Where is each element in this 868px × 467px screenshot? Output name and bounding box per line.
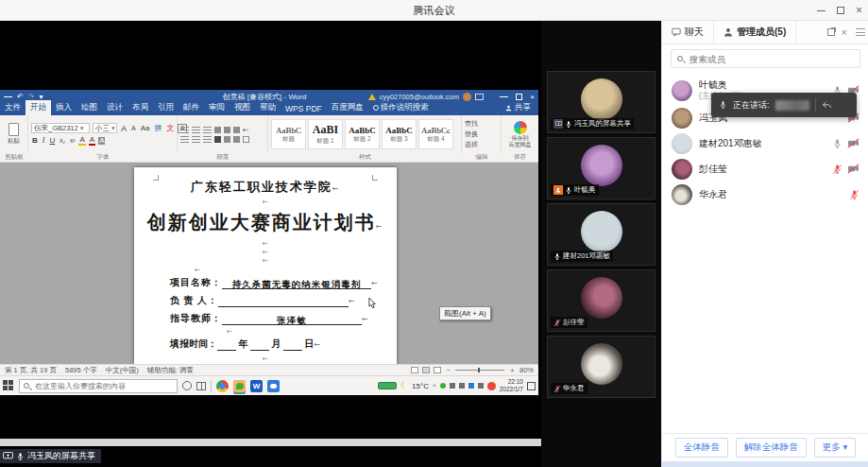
font-name-select[interactable]: 仿宋_GB2312▾ [31, 123, 90, 133]
start-button[interactable] [3, 380, 14, 391]
tab-manage-members[interactable]: 管理成员(5) [714, 21, 796, 43]
action-center-icon[interactable] [527, 382, 536, 390]
word-maximize-icon[interactable] [516, 94, 522, 100]
tab-draw[interactable]: 绘图 [77, 100, 102, 115]
italic-button[interactable]: I [42, 136, 46, 145]
mic-off-icon[interactable] [832, 164, 842, 175]
tray-expand-icon[interactable]: ^ [433, 382, 436, 390]
underline-button[interactable]: U [48, 136, 56, 145]
weather-temp[interactable]: 15°C [412, 382, 429, 390]
tab-insert[interactable]: 插入 [51, 100, 77, 115]
member-row[interactable]: 建材201邓惠敏 [662, 130, 868, 156]
numbering-icon[interactable] [192, 127, 200, 133]
taskbar-search[interactable] [19, 379, 178, 393]
zoom-in-button[interactable]: ＋ [508, 366, 516, 375]
status-page[interactable]: 第 1 页, 共 19 页 [5, 366, 57, 375]
popout-panel-icon[interactable] [827, 28, 835, 36]
shading-button[interactable]: A [98, 137, 105, 145]
task-view-icon[interactable] [196, 382, 206, 390]
mute-all-button[interactable]: 全体静音 [675, 438, 728, 458]
tray-icon[interactable] [459, 383, 465, 389]
tab-mailings[interactable]: 邮件 [179, 100, 204, 115]
maximize-icon[interactable] [837, 7, 844, 14]
status-accessibility[interactable]: 辅助功能: 调查 [147, 366, 194, 375]
highlight-button[interactable]: A [78, 135, 85, 146]
cortana-icon[interactable] [182, 381, 192, 390]
tray-icon[interactable] [440, 383, 446, 389]
mic-icon[interactable] [832, 138, 842, 149]
video-thumbnail-screen-share[interactable]: 冯玉凤的屏幕共享 [547, 71, 655, 133]
mic-off-icon[interactable] [849, 189, 859, 200]
word-minimize-icon[interactable] [500, 96, 508, 97]
zoom-slider-thumb[interactable] [478, 368, 480, 372]
status-language[interactable]: 中文(中国) [106, 366, 139, 375]
video-thumbnail[interactable]: 彭佳莹 [547, 269, 655, 332]
tray-icon[interactable] [478, 383, 484, 389]
bold-button[interactable]: B [31, 136, 39, 145]
shrink-font-button[interactable]: A [130, 125, 137, 131]
pilcrow-toggle-icon[interactable]: ← [243, 126, 249, 134]
style-item[interactable]: AaBbCc 标题 4 [418, 119, 453, 149]
save-icon[interactable] [4, 96, 12, 97]
tab-layout[interactable]: 布局 [128, 100, 153, 115]
zoom-out-button[interactable]: － [445, 366, 452, 375]
phonetic-guide-button[interactable]: 拼 [153, 123, 162, 133]
cloud-app-icon[interactable] [267, 380, 280, 392]
bullets-icon[interactable] [180, 127, 189, 133]
close-icon[interactable]: × [856, 5, 862, 16]
weather-moon-icon[interactable]: ☾ [400, 382, 408, 390]
save-to-baidu-button[interactable]: 保存到 百度网盘 [502, 115, 538, 153]
close-panel-icon[interactable]: × [842, 27, 847, 38]
web-layout-icon[interactable] [434, 367, 441, 373]
tab-file[interactable]: 文件 [0, 100, 26, 115]
tab-design[interactable]: 设计 [102, 100, 128, 115]
battery-icon[interactable] [378, 382, 397, 389]
tab-wps-pdf[interactable]: WPS PDF [281, 102, 327, 115]
word-app-icon[interactable]: W [250, 380, 263, 392]
shading-fill-icon[interactable] [233, 136, 240, 143]
tray-icon[interactable] [468, 383, 474, 389]
video-thumbnail[interactable]: 建材201邓惠敏 [547, 203, 655, 266]
account-avatar[interactable] [463, 93, 471, 101]
tray-icon[interactable] [487, 382, 496, 390]
minimize-icon[interactable] [817, 10, 825, 11]
borders-icon[interactable] [243, 136, 249, 143]
replace-button[interactable]: 替换 [465, 130, 478, 139]
style-item[interactable]: AaBbC 标题 2 [345, 119, 380, 149]
tell-me-search[interactable]: 操作说明搜索 [368, 100, 434, 115]
tab-chat[interactable]: 聊天 [662, 21, 714, 43]
tab-help[interactable]: 帮助 [255, 100, 281, 115]
wechat-app-icon[interactable] [233, 380, 246, 392]
indent-increase-icon[interactable] [224, 127, 230, 133]
style-item[interactable]: AaBbC 标题 [271, 119, 306, 149]
find-button[interactable]: 查找 [465, 119, 478, 129]
taskbar-clock[interactable]: 22:10 2022/1/7 [500, 378, 523, 393]
status-words[interactable]: 5895 个字 [65, 366, 97, 375]
document-page[interactable]: 广东轻工职业技术学院← ← 创新创业大赛商业计划书← ← ← ← ← 项目名称：… [134, 167, 397, 364]
member-row[interactable]: 华永君 [662, 182, 868, 207]
multilevel-icon[interactable] [203, 127, 212, 133]
tray-icon[interactable] [450, 383, 455, 389]
browser-app-icon[interactable] [216, 380, 229, 392]
font-color-button[interactable]: A [89, 135, 95, 146]
select-button[interactable]: 选择 [465, 140, 478, 149]
paste-button[interactable]: 粘贴 [0, 115, 28, 153]
subscript-button[interactable]: x₂ [59, 137, 66, 144]
print-layout-icon[interactable] [422, 367, 430, 373]
change-case-button[interactable]: Aa [140, 124, 151, 132]
tab-baidu-pan[interactable]: 百度网盘 [327, 100, 368, 115]
reply-arrow-icon[interactable] [822, 101, 832, 110]
taskbar-search-input[interactable] [33, 381, 156, 391]
superscript-button[interactable]: x² [69, 137, 76, 144]
justify-icon[interactable] [214, 136, 221, 143]
camera-off-icon[interactable] [847, 164, 859, 174]
tab-review[interactable]: 审阅 [204, 100, 230, 115]
read-mode-icon[interactable] [411, 367, 418, 373]
style-item[interactable]: AaBbC 标题 3 [382, 119, 417, 149]
align-left-icon[interactable] [180, 136, 189, 143]
tab-view[interactable]: 视图 [230, 100, 255, 115]
share-button[interactable]: 共享 [498, 100, 538, 115]
unmute-all-button[interactable]: 解除全体静音 [736, 438, 807, 458]
align-center-icon[interactable] [192, 136, 200, 143]
member-row[interactable]: 彭佳莹 [662, 156, 868, 182]
